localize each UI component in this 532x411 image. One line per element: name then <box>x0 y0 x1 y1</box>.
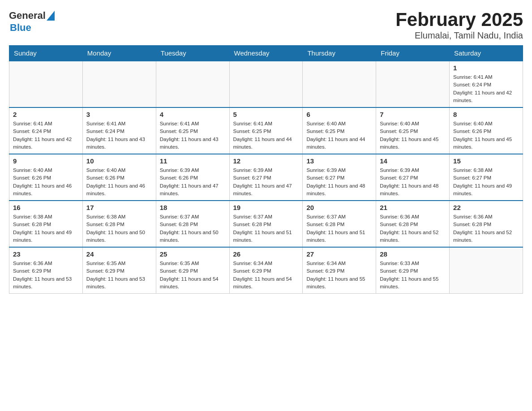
calendar-cell: 19Sunrise: 6:37 AMSunset: 6:28 PMDayligh… <box>229 201 303 247</box>
calendar-cell: 28Sunrise: 6:33 AMSunset: 6:29 PMDayligh… <box>376 247 450 294</box>
calendar-cell: 24Sunrise: 6:35 AMSunset: 6:29 PMDayligh… <box>82 247 156 294</box>
calendar-cell <box>376 61 450 107</box>
day-header-sunday: Sunday <box>9 46 83 61</box>
day-info: Sunrise: 6:41 AMSunset: 6:24 PMDaylight:… <box>13 120 79 151</box>
calendar-cell: 25Sunrise: 6:35 AMSunset: 6:29 PMDayligh… <box>156 247 229 294</box>
day-header-monday: Monday <box>82 46 156 61</box>
calendar-cell: 21Sunrise: 6:36 AMSunset: 6:28 PMDayligh… <box>376 201 450 247</box>
day-number: 26 <box>233 250 299 258</box>
calendar-cell: 12Sunrise: 6:39 AMSunset: 6:27 PMDayligh… <box>229 154 303 201</box>
day-info: Sunrise: 6:36 AMSunset: 6:28 PMDaylight:… <box>453 213 519 244</box>
day-number: 7 <box>380 111 446 118</box>
day-number: 9 <box>13 157 79 165</box>
calendar-cell: 18Sunrise: 6:37 AMSunset: 6:28 PMDayligh… <box>156 201 229 247</box>
logo-blue-text: Blue <box>10 22 55 33</box>
day-number: 8 <box>453 111 519 118</box>
calendar-title-block: February 2025 Elumalai, Tamil Nadu, Indi… <box>395 9 523 41</box>
calendar-cell: 7Sunrise: 6:40 AMSunset: 6:25 PMDaylight… <box>376 107 450 154</box>
calendar-cell: 17Sunrise: 6:38 AMSunset: 6:28 PMDayligh… <box>82 201 156 247</box>
day-info: Sunrise: 6:37 AMSunset: 6:28 PMDaylight:… <box>233 213 299 244</box>
day-number: 15 <box>453 157 519 165</box>
week-row-4: 16Sunrise: 6:38 AMSunset: 6:28 PMDayligh… <box>9 201 523 247</box>
day-number: 16 <box>13 204 79 211</box>
calendar-table: SundayMondayTuesdayWednesdayThursdayFrid… <box>9 45 523 294</box>
calendar-cell: 2Sunrise: 6:41 AMSunset: 6:24 PMDaylight… <box>9 107 83 154</box>
day-info: Sunrise: 6:39 AMSunset: 6:27 PMDaylight:… <box>233 167 299 197</box>
day-number: 17 <box>86 204 152 211</box>
logo-triangle-icon <box>47 11 55 21</box>
calendar-cell: 15Sunrise: 6:38 AMSunset: 6:27 PMDayligh… <box>450 154 523 201</box>
day-info: Sunrise: 6:33 AMSunset: 6:29 PMDaylight:… <box>380 260 446 291</box>
day-info: Sunrise: 6:41 AMSunset: 6:25 PMDaylight:… <box>233 120 299 151</box>
calendar-cell: 20Sunrise: 6:37 AMSunset: 6:28 PMDayligh… <box>303 201 376 247</box>
calendar-cell: 6Sunrise: 6:40 AMSunset: 6:25 PMDaylight… <box>303 107 376 154</box>
calendar-cell: 26Sunrise: 6:34 AMSunset: 6:29 PMDayligh… <box>229 247 303 294</box>
calendar-cell <box>450 247 523 294</box>
day-number: 13 <box>306 157 372 165</box>
day-info: Sunrise: 6:37 AMSunset: 6:28 PMDaylight:… <box>160 213 226 244</box>
calendar-cell: 16Sunrise: 6:38 AMSunset: 6:28 PMDayligh… <box>9 201 83 247</box>
calendar-cell: 4Sunrise: 6:41 AMSunset: 6:25 PMDaylight… <box>156 107 229 154</box>
day-info: Sunrise: 6:40 AMSunset: 6:25 PMDaylight:… <box>306 120 372 151</box>
day-info: Sunrise: 6:34 AMSunset: 6:29 PMDaylight:… <box>233 260 299 291</box>
day-number: 22 <box>453 204 519 211</box>
day-number: 6 <box>306 111 372 118</box>
day-header-saturday: Saturday <box>450 46 523 61</box>
calendar-subtitle: Elumalai, Tamil Nadu, India <box>395 30 523 41</box>
week-row-5: 23Sunrise: 6:36 AMSunset: 6:29 PMDayligh… <box>9 247 523 294</box>
day-info: Sunrise: 6:38 AMSunset: 6:28 PMDaylight:… <box>13 213 79 244</box>
calendar-cell <box>156 61 229 107</box>
calendar-cell: 11Sunrise: 6:39 AMSunset: 6:26 PMDayligh… <box>156 154 229 201</box>
calendar-cell: 1Sunrise: 6:41 AMSunset: 6:24 PMDaylight… <box>450 61 523 107</box>
day-info: Sunrise: 6:41 AMSunset: 6:24 PMDaylight:… <box>86 120 152 151</box>
day-number: 4 <box>160 111 226 118</box>
day-number: 3 <box>86 111 152 118</box>
svg-marker-0 <box>47 11 55 21</box>
day-info: Sunrise: 6:34 AMSunset: 6:29 PMDaylight:… <box>306 260 372 291</box>
calendar-cell: 5Sunrise: 6:41 AMSunset: 6:25 PMDaylight… <box>229 107 303 154</box>
calendar-cell: 10Sunrise: 6:40 AMSunset: 6:26 PMDayligh… <box>82 154 156 201</box>
day-info: Sunrise: 6:38 AMSunset: 6:27 PMDaylight:… <box>453 167 519 197</box>
calendar-cell: 3Sunrise: 6:41 AMSunset: 6:24 PMDaylight… <box>82 107 156 154</box>
logo: General Blue <box>9 9 55 33</box>
day-info: Sunrise: 6:40 AMSunset: 6:26 PMDaylight:… <box>453 120 519 151</box>
day-number: 19 <box>233 204 299 211</box>
day-info: Sunrise: 6:40 AMSunset: 6:26 PMDaylight:… <box>13 167 79 197</box>
day-number: 12 <box>233 157 299 165</box>
calendar-cell <box>229 61 303 107</box>
day-number: 2 <box>13 111 79 118</box>
calendar-cell: 23Sunrise: 6:36 AMSunset: 6:29 PMDayligh… <box>9 247 83 294</box>
day-number: 5 <box>233 111 299 118</box>
day-info: Sunrise: 6:35 AMSunset: 6:29 PMDaylight:… <box>86 260 152 291</box>
calendar-cell: 27Sunrise: 6:34 AMSunset: 6:29 PMDayligh… <box>303 247 376 294</box>
week-row-3: 9Sunrise: 6:40 AMSunset: 6:26 PMDaylight… <box>9 154 523 201</box>
calendar-header-row: SundayMondayTuesdayWednesdayThursdayFrid… <box>9 46 523 61</box>
calendar-cell: 22Sunrise: 6:36 AMSunset: 6:28 PMDayligh… <box>450 201 523 247</box>
calendar-cell <box>9 61 83 107</box>
day-header-friday: Friday <box>376 46 450 61</box>
day-number: 10 <box>86 157 152 165</box>
day-number: 18 <box>160 204 226 211</box>
calendar-cell <box>303 61 376 107</box>
day-number: 25 <box>160 250 226 258</box>
day-info: Sunrise: 6:39 AMSunset: 6:27 PMDaylight:… <box>306 167 372 197</box>
day-info: Sunrise: 6:35 AMSunset: 6:29 PMDaylight:… <box>160 260 226 291</box>
calendar-cell: 9Sunrise: 6:40 AMSunset: 6:26 PMDaylight… <box>9 154 83 201</box>
day-number: 23 <box>13 250 79 258</box>
day-number: 21 <box>380 204 446 211</box>
day-info: Sunrise: 6:39 AMSunset: 6:27 PMDaylight:… <box>380 167 446 197</box>
day-info: Sunrise: 6:41 AMSunset: 6:25 PMDaylight:… <box>160 120 226 151</box>
week-row-2: 2Sunrise: 6:41 AMSunset: 6:24 PMDaylight… <box>9 107 523 154</box>
week-row-1: 1Sunrise: 6:41 AMSunset: 6:24 PMDaylight… <box>9 61 523 107</box>
day-header-thursday: Thursday <box>303 46 376 61</box>
day-number: 24 <box>86 250 152 258</box>
day-header-tuesday: Tuesday <box>156 46 229 61</box>
day-number: 28 <box>380 250 446 258</box>
day-info: Sunrise: 6:40 AMSunset: 6:26 PMDaylight:… <box>86 167 152 197</box>
calendar-cell: 8Sunrise: 6:40 AMSunset: 6:26 PMDaylight… <box>450 107 523 154</box>
day-number: 1 <box>453 64 519 72</box>
calendar-cell: 13Sunrise: 6:39 AMSunset: 6:27 PMDayligh… <box>303 154 376 201</box>
day-header-wednesday: Wednesday <box>229 46 303 61</box>
day-info: Sunrise: 6:36 AMSunset: 6:28 PMDaylight:… <box>380 213 446 244</box>
day-info: Sunrise: 6:36 AMSunset: 6:29 PMDaylight:… <box>13 260 79 291</box>
